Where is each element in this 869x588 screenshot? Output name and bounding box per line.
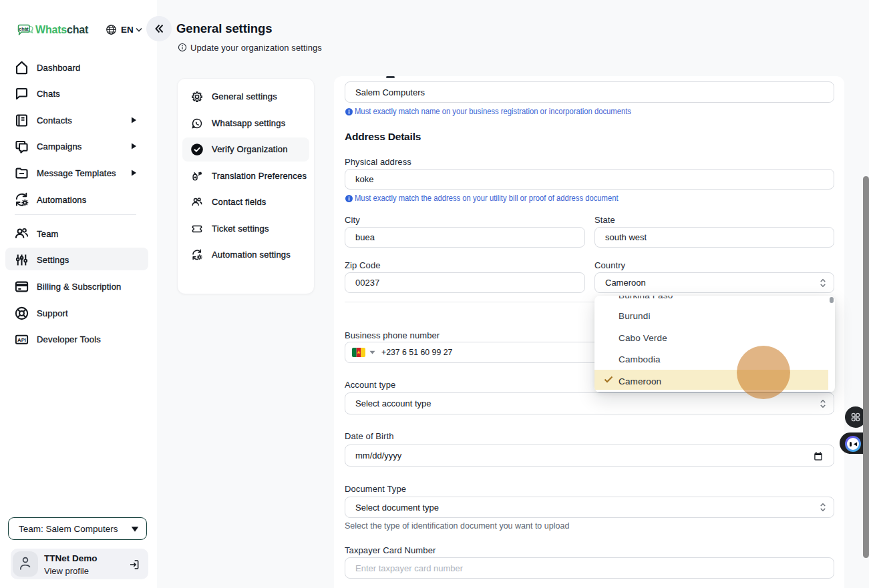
- svg-text:chat: chat: [19, 27, 29, 31]
- svg-text:API: API: [17, 336, 26, 342]
